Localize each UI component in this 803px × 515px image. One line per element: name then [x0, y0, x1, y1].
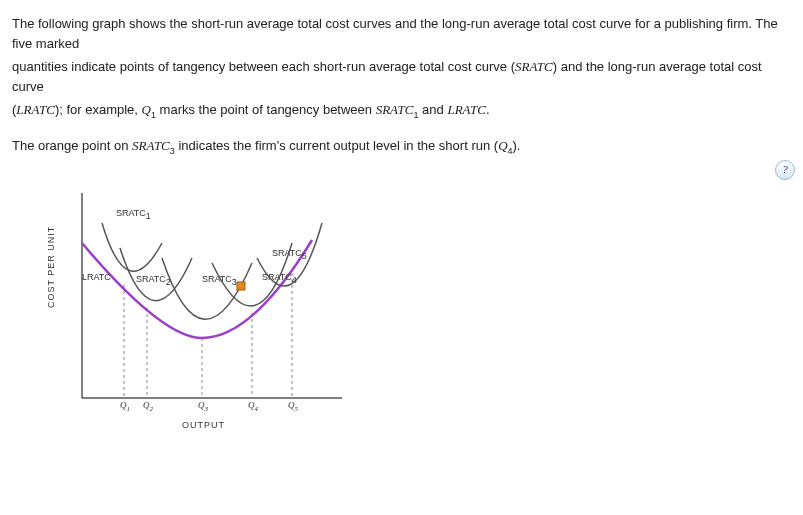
intro-line-1: The following graph shows the short-run …	[12, 14, 791, 53]
svg-text:Q5: Q5	[288, 400, 299, 413]
intro-line-3: (LRATC); for example, Q1 marks the point…	[12, 100, 791, 122]
svg-text:SRATC3: SRATC3	[202, 274, 237, 287]
intro-line-4: The orange point on SRATC3 indicates the…	[12, 136, 791, 158]
y-axis-label: COST PER UNIT	[46, 226, 56, 308]
svg-text:Q1: Q1	[120, 400, 130, 413]
svg-text:Q3: Q3	[198, 400, 209, 413]
svg-text:Q4: Q4	[248, 400, 259, 413]
current-output-point	[237, 282, 245, 290]
svg-text:SRATC4: SRATC4	[262, 272, 297, 285]
cost-curves-chart: COST PER UNIT OUTPUT SRATC1 SRATC2 SRATC…	[52, 188, 392, 418]
help-icon[interactable]: ?	[775, 160, 795, 180]
svg-text:SRATC1: SRATC1	[116, 208, 151, 221]
svg-text:LRATC: LRATC	[82, 272, 111, 282]
intro-line-2: quantities indicate points of tangency b…	[12, 57, 791, 96]
sratc1-curve	[102, 223, 162, 271]
svg-text:SRATC2: SRATC2	[136, 274, 171, 287]
x-axis-label: OUTPUT	[182, 420, 225, 428]
svg-text:Q2: Q2	[143, 400, 154, 413]
svg-text:SRATC5: SRATC5	[272, 248, 307, 261]
